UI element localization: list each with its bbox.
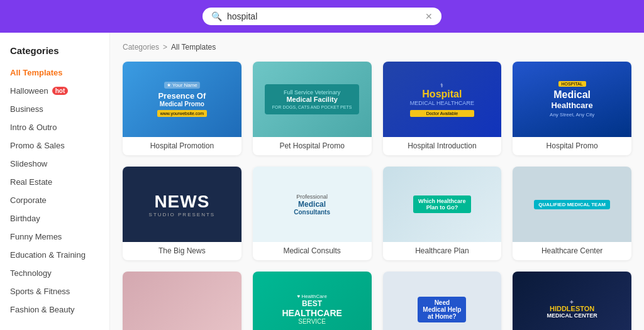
sidebar-item-label: Sports & Fitness [10, 287, 70, 296]
main-layout: Categories All Templates Halloween hot B… [0, 33, 644, 330]
hot-badge: hot [52, 87, 69, 95]
card-label: The Big News [123, 242, 242, 260]
card-hospital-promo[interactable]: HOSPITAL Medical Healthcare Any Street, … [513, 62, 631, 155]
card-thumb: if you like how you look like,you are lo… [123, 272, 242, 330]
sidebar-item-corporate[interactable]: Corporate [0, 191, 109, 209]
card-pet-hospital-promo[interactable]: Full Service Veterinary Medical Facility… [253, 62, 372, 155]
card-thumb: Full Service Veterinary Medical Facility… [253, 62, 372, 137]
card-t2: HEALTHCARE [282, 308, 341, 318]
card-cta: www.yourwebsite.com [157, 110, 207, 117]
card-t2: Medical Facility [272, 96, 352, 103]
card-telemedicine-service[interactable]: NeedMedical Helpat Home? Telemedicine Se… [383, 272, 502, 330]
card-thumb: QUALIFIED MEDICAL TEAM [513, 167, 631, 242]
card-plastic-surgery[interactable]: if you like how you look like,you are lo… [123, 272, 242, 330]
card-loc: Any Street, Any City [550, 112, 594, 118]
card-t0: ♥ HealthCare [297, 294, 326, 299]
search-input[interactable] [227, 11, 420, 21]
card-badge: QUALIFIED MEDICAL TEAM [534, 200, 610, 209]
card-t1: BEST [302, 299, 322, 308]
sidebar-item-label: All Templates [10, 68, 63, 77]
sidebar-item-halloween[interactable]: Halloween hot [0, 82, 109, 100]
card-thumb: ★ Your Name Presence Of Medical Promo ww… [123, 62, 242, 137]
card-subtitle: Medical Promo [160, 101, 204, 107]
card-label: Hospital Introduction [383, 137, 502, 155]
card-title: Presence Of [158, 91, 206, 101]
card-thumb: Professional Medical Consultants [253, 167, 372, 242]
card-t1: ⚕ [410, 82, 474, 89]
breadcrumb-root[interactable]: Categories [123, 43, 159, 52]
sidebar-item-label: Slideshow [10, 159, 47, 168]
card-thumb: HOSPITAL Medical Healthcare Any Street, … [513, 62, 631, 137]
sidebar-title: Categories [0, 45, 109, 63]
card-medical-center[interactable]: ✚ HIDDLESTON MEDICAL CENTER Medical Cent… [513, 272, 631, 330]
card-thumb: ♥ HealthCare BEST HEALTHCARE SERVICE [253, 272, 372, 330]
sidebar-item-label: Education & Training [10, 250, 86, 260]
sidebar-item-label: Technology [10, 268, 52, 278]
sidebar-item-sports-fitness[interactable]: Sports & Fitness [0, 282, 109, 300]
template-grid: ★ Your Name Presence Of Medical Promo ww… [123, 62, 631, 330]
search-icon: 🔍 [211, 11, 222, 21]
main-content: Categories > All Templates ★ Your Name P… [110, 33, 644, 330]
card-healthcare-plan[interactable]: Which HealthcarePlan to Go? Healthcare P… [383, 167, 502, 260]
breadcrumb: Categories > All Templates [123, 43, 631, 52]
card-tag: HOSPITAL [558, 81, 586, 87]
card-hospital-promotion[interactable]: ★ Your Name Presence Of Medical Promo ww… [123, 62, 242, 155]
card-cta: Doctor Available [410, 110, 474, 117]
card-t2: HIDDLESTON [550, 305, 594, 312]
card-label: Hospital Promo [513, 137, 631, 155]
card-thumb: NeedMedical Helpat Home? [383, 272, 502, 330]
sidebar-item-label: Birthday [10, 214, 40, 223]
card-brand: ★ Your Name [164, 82, 200, 89]
sidebar-item-promo-sales[interactable]: Promo & Sales [0, 136, 109, 155]
breadcrumb-separator: > [163, 43, 167, 52]
clear-icon[interactable]: ✕ [425, 11, 433, 21]
card-sub: STUDIO PRESENTS [149, 212, 216, 217]
card-t3: MEDICAL CENTER [547, 312, 597, 319]
sidebar-item-label: Business [10, 104, 43, 114]
sidebar-item-label: Funny Memes [10, 232, 62, 241]
card-healthcare-center[interactable]: QUALIFIED MEDICAL TEAM Healthcare Center [513, 167, 631, 260]
sidebar-item-business[interactable]: Business [0, 100, 109, 118]
card-label: Healthcare Plan [383, 242, 502, 260]
card-thumb: ✚ HIDDLESTON MEDICAL CENTER [513, 272, 631, 330]
breadcrumb-current: All Templates [171, 43, 216, 52]
card-inner: Full Service Veterinary Medical Facility… [265, 84, 360, 114]
card-t3: MEDICAL HEALTHCARE [410, 100, 474, 106]
card-label: Pet Hospital Promo [253, 137, 372, 155]
card-label: Healthcare Center [513, 242, 631, 260]
card-t1: Professional [296, 194, 328, 200]
sidebar-item-label: Fashion & Beauty [10, 305, 75, 314]
card-inner: ⚕ Hospital MEDICAL HEALTHCARE Doctor Ava… [410, 82, 474, 117]
sidebar-item-education-training[interactable]: Education & Training [0, 246, 109, 264]
sidebar-item-technology[interactable]: Technology [0, 264, 109, 282]
sidebar-item-funny-memes[interactable]: Funny Memes [0, 228, 109, 246]
sidebar-item-intro-outro[interactable]: Intro & Outro [0, 118, 109, 136]
search-bar: 🔍 ✕ [203, 8, 441, 25]
sidebar-item-all-templates[interactable]: All Templates [0, 63, 109, 82]
card-thumb: NEWS STUDIO PRESENTS [123, 167, 242, 242]
sidebar-item-real-estate[interactable]: Real Estate [0, 173, 109, 191]
card-t2: Hospital [410, 89, 474, 100]
card-subtitle: Healthcare [551, 101, 592, 110]
card-the-big-news[interactable]: NEWS STUDIO PRESENTS The Big News [123, 167, 242, 260]
sidebar-item-fashion-beauty[interactable]: Fashion & Beauty [0, 300, 109, 319]
card-label: Hospital Promotion [123, 137, 242, 155]
card-t1: ✚ [570, 300, 574, 305]
sidebar-item-slideshow[interactable]: Slideshow [0, 155, 109, 173]
sidebar-item-label: Corporate [10, 195, 47, 205]
card-badge: NeedMedical Helpat Home? [418, 297, 466, 322]
card-medical-consults[interactable]: Professional Medical Consultants Medical… [253, 167, 372, 260]
card-title: Medical [553, 89, 591, 101]
card-healthcare-service[interactable]: ♥ HealthCare BEST HEALTHCARE SERVICE Hea… [253, 272, 372, 330]
card-t3: Consultants [294, 209, 330, 216]
sidebar-item-label: Halloween [10, 86, 48, 96]
sidebar-item-birthday[interactable]: Birthday [0, 209, 109, 228]
sidebar-item-label: Intro & Outro [10, 123, 57, 132]
card-thumb: ⚕ Hospital MEDICAL HEALTHCARE Doctor Ava… [383, 62, 502, 137]
card-hospital-introduction[interactable]: ⚕ Hospital MEDICAL HEALTHCARE Doctor Ava… [383, 62, 502, 155]
card-t2: Medical [298, 200, 326, 209]
topbar: 🔍 ✕ [0, 0, 644, 33]
card-t1: Full Service Veterinary [272, 89, 352, 96]
sidebar: Categories All Templates Halloween hot B… [0, 33, 110, 330]
card-label: Medical Consults [253, 242, 372, 260]
